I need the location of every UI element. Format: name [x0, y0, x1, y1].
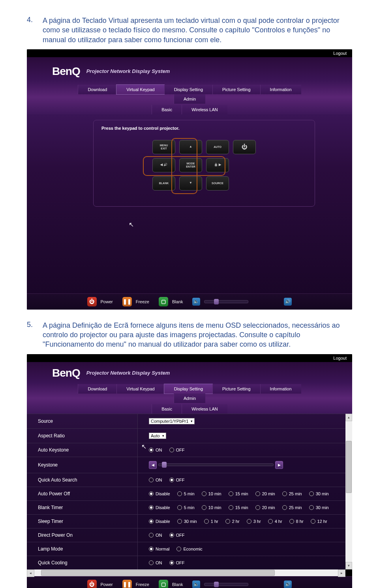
slider-decrease-button[interactable]: ◀ [149, 461, 157, 469]
status-freeze-button[interactable]: ❚❚ [122, 297, 132, 306]
status-blank-button[interactable]: ▢ [159, 580, 168, 588]
settings-body: ↖ Source Computer1/YPbPr1 Aspect Ratio A… [27, 414, 352, 569]
slider-increase-button[interactable]: ▶ [275, 461, 283, 469]
radio-normal[interactable]: Normal [149, 547, 169, 551]
scroll-track[interactable] [345, 421, 352, 562]
key-power[interactable] [233, 140, 256, 154]
key-auto[interactable]: AUTO [206, 140, 229, 154]
radio-5min[interactable]: 5 min [177, 491, 195, 496]
nav-display-setting[interactable]: Display Setting [164, 384, 212, 394]
logout-link[interactable]: Logout [333, 51, 347, 56]
key-source[interactable]: SOURCE [206, 176, 229, 190]
nav-picture-setting[interactable]: Picture Setting [212, 384, 260, 394]
dropdown-source[interactable]: Computer1/YPbPr1 [149, 418, 195, 424]
radio-10min[interactable]: 10 min [202, 491, 221, 496]
radio-off[interactable]: OFF [169, 478, 185, 482]
scroll-right-button[interactable]: ▸ [338, 569, 345, 577]
nav-display-setting[interactable]: Display Setting [164, 85, 212, 94]
vertical-scrollbar[interactable]: ▴ ▾ [345, 414, 352, 569]
logout-link[interactable]: Logout [333, 356, 347, 360]
chapter-link: "Controlos e funções" [252, 26, 320, 34]
radio-disable[interactable]: Disable [149, 491, 170, 496]
key-right[interactable] [206, 158, 229, 172]
volume-up-icon[interactable]: 🔊 [284, 581, 292, 588]
radio-8hr[interactable]: 8 hr [289, 519, 304, 524]
radio-1hr[interactable]: 1 hr [204, 519, 218, 524]
nav-download[interactable]: Download [78, 384, 116, 394]
key-left[interactable] [152, 158, 175, 172]
nav-virtual-keypad[interactable]: Virtual Keypad [116, 85, 164, 94]
radio-disable[interactable]: Disable [149, 519, 170, 524]
dropdown-aspect[interactable]: Auto [149, 433, 166, 439]
radio-on[interactable]: ON [149, 478, 162, 482]
radio-off[interactable]: OFF [169, 560, 185, 565]
subnav-basic[interactable]: Basic [152, 404, 182, 414]
volume-down-icon[interactable]: 🔈 [192, 298, 200, 306]
nav-download[interactable]: Download [78, 85, 116, 94]
header-subtitle: Projector Network Display System [86, 68, 170, 74]
status-freeze-label: Freeze [136, 582, 149, 587]
volume-down-icon[interactable]: 🔈 [192, 581, 200, 588]
volume-slider-thumb[interactable] [214, 582, 219, 587]
slider-keystone[interactable]: ◀ ▶ [149, 461, 283, 469]
radio-3hr[interactable]: 3 hr [247, 519, 261, 524]
radio-20min[interactable]: 20 min [255, 505, 275, 510]
header-subtitle: Projector Network Display System [86, 370, 170, 376]
radio-15min[interactable]: 15 min [229, 505, 248, 510]
scroll-track[interactable] [34, 569, 338, 576]
volume-icon [163, 163, 167, 167]
slider-track[interactable] [158, 463, 274, 466]
status-freeze-button[interactable]: ❚❚ [122, 580, 132, 588]
radio-30min[interactable]: 30 min [177, 519, 197, 524]
key-down[interactable] [179, 176, 202, 190]
label-lamp-mode: Lamp Mode [27, 542, 138, 556]
scroll-up-button[interactable]: ▴ [345, 414, 352, 421]
slider-thumb[interactable] [162, 462, 167, 468]
key-blank[interactable]: BLANK [152, 176, 175, 190]
subnav-basic[interactable]: Basic [152, 105, 182, 114]
radio-25min[interactable]: 25 min [282, 491, 302, 496]
radio-30min[interactable]: 30 min [309, 491, 329, 496]
scroll-down-button[interactable]: ▾ [345, 562, 352, 569]
triangle-up-icon [189, 145, 192, 149]
radio-on[interactable]: ON [149, 560, 162, 565]
nav-information[interactable]: Information [260, 384, 301, 394]
status-blank-button[interactable]: ▢ [159, 297, 168, 306]
subnav-wireless-lan[interactable]: Wireless LAN [182, 105, 227, 114]
volume-slider[interactable] [204, 583, 248, 586]
nav-virtual-keypad[interactable]: Virtual Keypad [116, 384, 164, 394]
radio-15min[interactable]: 15 min [229, 491, 248, 496]
key-mode-enter[interactable]: MODE ENTER [179, 158, 202, 172]
radio-disable[interactable]: Disable [149, 505, 170, 510]
key-menu-exit[interactable]: MENU EXIT [152, 140, 175, 154]
radio-off[interactable]: OFF [169, 533, 185, 538]
nav-information[interactable]: Information [260, 85, 301, 94]
radio-2hr[interactable]: 2 hr [225, 519, 240, 524]
radio-off[interactable]: OFF [169, 448, 185, 452]
radio-20min[interactable]: 20 min [255, 491, 275, 496]
radio-5min[interactable]: 5 min [177, 505, 195, 510]
radio-30min[interactable]: 30 min [309, 505, 329, 510]
scroll-left-button[interactable]: ◂ [27, 569, 34, 577]
radio-4hr[interactable]: 4 hr [268, 519, 282, 524]
radio-on[interactable]: ON [149, 448, 162, 452]
key-up[interactable] [179, 140, 202, 154]
radio-12hr[interactable]: 12 hr [311, 519, 327, 524]
volume-slider[interactable] [204, 300, 248, 303]
scroll-thumb[interactable] [346, 441, 352, 493]
status-power-button[interactable]: ⏻ [87, 297, 97, 306]
nav-picture-setting[interactable]: Picture Setting [212, 85, 260, 94]
keypad-panel: Press the keypad to control projector. M… [93, 120, 315, 207]
horizontal-scrollbar[interactable]: ◂ ▸ [27, 569, 345, 576]
status-power-button[interactable]: ⏻ [87, 580, 97, 588]
radio-25min[interactable]: 25 min [282, 505, 302, 510]
nav-admin[interactable]: Admin [174, 94, 205, 104]
nav-admin[interactable]: Admin [174, 394, 205, 403]
radio-10min[interactable]: 10 min [202, 505, 221, 510]
subnav-wireless-lan[interactable]: Wireless LAN [182, 404, 227, 414]
radio-on[interactable]: ON [149, 533, 162, 538]
volume-up-icon[interactable]: 🔊 [284, 298, 292, 306]
scroll-thumb[interactable] [41, 570, 275, 576]
radio-economic[interactable]: Economic [176, 547, 202, 551]
volume-slider-thumb[interactable] [214, 299, 219, 304]
